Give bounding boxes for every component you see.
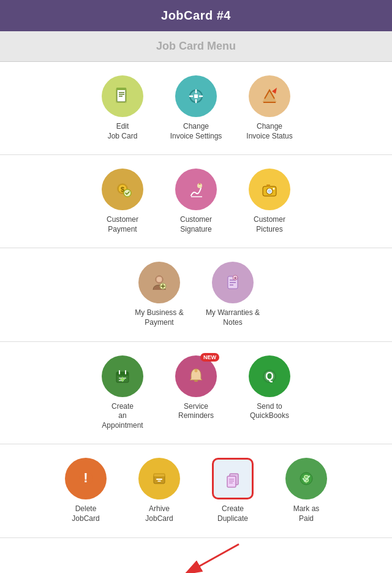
svg-line-61 bbox=[184, 544, 239, 573]
service-reminders-icon: new bbox=[175, 355, 217, 397]
mark-as-paid-item[interactable]: $ Mark asPaid bbox=[279, 458, 334, 523]
svg-text:Q: Q bbox=[265, 370, 274, 382]
my-business-payment-label: My Business &Payment bbox=[135, 308, 183, 327]
change-invoice-status-icon bbox=[249, 75, 290, 117]
my-business-payment-item[interactable]: My Business &Payment bbox=[132, 262, 187, 327]
customer-signature-label: CustomerSignature bbox=[180, 215, 212, 234]
svg-point-22 bbox=[268, 189, 271, 193]
send-quickbooks-icon: Q bbox=[249, 355, 290, 397]
send-quickbooks-item[interactable]: Q Send toQuickBooks bbox=[242, 355, 297, 421]
create-duplicate-label: CreateDuplicate bbox=[217, 504, 248, 523]
change-invoice-settings-icon bbox=[175, 75, 217, 117]
create-appointment-label: CreateanAppointment bbox=[102, 402, 143, 431]
change-invoice-status-label: ChangeInvoice Status bbox=[246, 122, 292, 141]
icon-row-4: CreateanAppointment new ServiceReminders… bbox=[6, 355, 386, 431]
new-badge: new bbox=[200, 353, 219, 362]
page-header: JobCard #4 bbox=[0, 0, 392, 31]
my-business-payment-icon bbox=[138, 262, 180, 303]
subheader-title: Job Card Menu bbox=[156, 40, 236, 52]
archive-jobcard-label: ArhiveJobCard bbox=[145, 504, 173, 523]
svg-point-26 bbox=[157, 277, 162, 282]
archive-jobcard-icon bbox=[138, 458, 180, 499]
section-4: CreateanAppointment new ServiceReminders… bbox=[0, 342, 392, 445]
service-reminders-label: ServiceReminders bbox=[178, 402, 214, 421]
service-reminders-item[interactable]: new ServiceReminders bbox=[168, 355, 224, 421]
icon-row-1: EditJob Card ChangeInvoice Settings bbox=[6, 75, 386, 141]
icon-row-2: $ CustomerPayment CustomerSignature bbox=[6, 169, 386, 234]
arrow-section bbox=[0, 538, 392, 573]
svg-point-24 bbox=[273, 188, 275, 190]
section-3: My Business &Payment ★ My Warranties &No… bbox=[0, 248, 392, 341]
send-quickbooks-label: Send toQuickBooks bbox=[250, 402, 289, 421]
svg-rect-42 bbox=[194, 380, 198, 382]
mark-as-paid-icon: $ bbox=[285, 458, 327, 499]
customer-pictures-label: CustomerPictures bbox=[254, 215, 285, 234]
my-warranties-notes-label: My Warranties &Notes bbox=[206, 308, 260, 327]
header-title: JobCard #4 bbox=[161, 9, 231, 22]
icon-row-3: My Business &Payment ★ My Warranties &No… bbox=[6, 262, 386, 327]
change-invoice-status-item[interactable]: ChangeInvoice Status bbox=[242, 75, 297, 141]
edit-job-card-label: EditJob Card bbox=[108, 122, 138, 141]
customer-pictures-item[interactable]: CustomerPictures bbox=[242, 169, 297, 234]
svg-rect-35 bbox=[116, 372, 129, 376]
svg-rect-50 bbox=[154, 474, 165, 477]
customer-payment-label: CustomerPayment bbox=[107, 215, 138, 234]
customer-pictures-icon bbox=[249, 169, 290, 210]
change-invoice-settings-label: ChangeInvoice Settings bbox=[170, 122, 222, 141]
create-appointment-icon bbox=[102, 355, 143, 397]
create-appointment-item[interactable]: CreateanAppointment bbox=[95, 355, 150, 431]
section-1: EditJob Card ChangeInvoice Settings bbox=[0, 62, 392, 155]
edit-job-card-item[interactable]: EditJob Card bbox=[95, 75, 150, 141]
archive-jobcard-item[interactable]: ArhiveJobCard bbox=[132, 458, 187, 523]
svg-rect-54 bbox=[227, 476, 236, 487]
customer-signature-icon bbox=[175, 169, 217, 210]
section-5: ! DeleteJobCard ArhiveJobCard bbox=[0, 444, 392, 537]
customer-payment-item[interactable]: $ CustomerPayment bbox=[95, 169, 150, 234]
mark-as-paid-label: Mark asPaid bbox=[293, 504, 320, 523]
arrow-svg bbox=[104, 538, 288, 573]
my-warranties-notes-item[interactable]: ★ My Warranties &Notes bbox=[205, 262, 260, 327]
svg-rect-1 bbox=[117, 89, 126, 102]
svg-point-43 bbox=[195, 369, 198, 372]
customer-signature-item[interactable]: CustomerSignature bbox=[168, 169, 224, 234]
create-duplicate-icon bbox=[212, 458, 254, 499]
delete-jobcard-item[interactable]: ! DeleteJobCard bbox=[58, 458, 113, 523]
icon-row-5: ! DeleteJobCard ArhiveJobCard bbox=[6, 458, 386, 523]
section-2: $ CustomerPayment CustomerSignature bbox=[0, 155, 392, 248]
delete-jobcard-label: DeleteJobCard bbox=[72, 504, 99, 523]
page-subheader: Job Card Menu bbox=[0, 31, 392, 62]
svg-text:★: ★ bbox=[233, 276, 237, 280]
delete-jobcard-icon: ! bbox=[65, 458, 107, 499]
svg-text:!: ! bbox=[83, 470, 88, 485]
change-invoice-settings-item[interactable]: ChangeInvoice Settings bbox=[168, 75, 224, 141]
create-duplicate-item[interactable]: CreateDuplicate bbox=[205, 458, 260, 523]
my-warranties-notes-icon: ★ bbox=[212, 262, 254, 303]
svg-rect-23 bbox=[266, 184, 270, 187]
edit-job-card-icon bbox=[102, 75, 143, 117]
svg-rect-11 bbox=[194, 94, 198, 98]
customer-payment-icon: $ bbox=[102, 169, 143, 210]
svg-rect-5 bbox=[116, 88, 126, 90]
